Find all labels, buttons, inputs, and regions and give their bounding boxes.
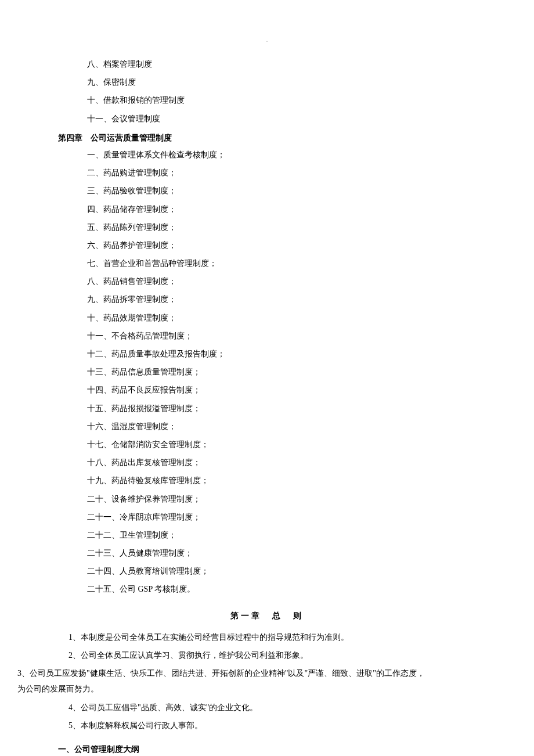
list-item: 十、借款和报销的管理制度 <box>58 93 476 107</box>
list-item: 十一、不合格药品管理制度； <box>58 329 476 343</box>
list-item: 一、质量管理体系文件检查考核制度； <box>58 147 476 162</box>
paragraph-line: 为公司的发展而努力。 <box>17 682 476 696</box>
paragraph: 4、公司员工应倡导"品质、高效、诚实"的企业文化。 <box>58 700 476 715</box>
list-item: 二、药品购进管理制度； <box>58 165 476 180</box>
chapter1-content: 1、本制度是公司全体员工在实施公司经营目标过程中的指导规范和行为准则。 2、公司… <box>58 630 476 733</box>
list-item: 十五、药品报损报溢管理制度； <box>58 401 476 416</box>
list-item: 二十一、冷库阴凉库管理制度； <box>58 510 476 524</box>
paragraph-line: 3、公司员工应发扬"健康生活、快乐工作、团结共进、开拓创新的企业精神"以及"严谨… <box>17 666 517 681</box>
list-item: 十六、温湿度管理制度； <box>58 419 476 434</box>
list-item: 十二、药品质量事故处理及报告制度； <box>58 347 476 361</box>
chapter4-heading: 第四章 公司运营质量管理制度 <box>58 131 476 145</box>
list-item: 八、药品销售管理制度； <box>58 274 476 289</box>
list-item: 七、首营企业和首营品种管理制度； <box>58 256 476 271</box>
section1-heading: 一、公司管理制度大纲 <box>58 742 476 756</box>
list-item: 三、药品验收管理制度； <box>58 183 476 198</box>
list-item: 二十五、公司 GSP 考核制度。 <box>58 582 476 596</box>
list-item: 九、保密制度 <box>58 75 476 89</box>
list-item: 二十、设备维护保养管理制度； <box>58 492 476 506</box>
page-marker-top: . <box>58 35 476 45</box>
list-item: 六、药品养护管理制度； <box>58 238 476 253</box>
list-item: 二十四、人员教育培训管理制度； <box>58 564 476 578</box>
list-item: 五、药品陈列管理制度； <box>58 220 476 235</box>
list-item: 四、药品储存管理制度； <box>58 202 476 217</box>
chapter4-list: 一、质量管理体系文件检查考核制度； 二、药品购进管理制度； 三、药品验收管理制度… <box>58 147 476 597</box>
list-item: 十七、仓储部消防安全管理制度； <box>58 437 476 452</box>
paragraph: 2、公司全体员工应认真学习、贯彻执行，维护我公司利益和形象。 <box>58 648 476 663</box>
list-item: 十、药品效期管理制度； <box>58 311 476 325</box>
chapter1-title: 第一章 总 则 <box>58 609 476 623</box>
list-item: 二十二、卫生管理制度； <box>58 528 476 542</box>
list-item: 十三、药品信息质量管理制度； <box>58 365 476 379</box>
list-item: 十四、药品不良反应报告制度； <box>58 383 476 397</box>
paragraph: 1、本制度是公司全体员工在实施公司经营目标过程中的指导规范和行为准则。 <box>58 630 476 645</box>
list-item: 八、档案管理制度 <box>58 57 476 71</box>
list-item: 二十三、人员健康管理制度； <box>58 546 476 560</box>
list-item: 十八、药品出库复核管理制度； <box>58 455 476 470</box>
list-item: 九、药品拆零管理制度； <box>58 292 476 307</box>
paragraph: 5、本制度解释权属公司行政人事部。 <box>58 718 476 733</box>
list-item: 十一、会议管理制度 <box>58 111 476 126</box>
pre-chapter-list: 八、档案管理制度 九、保密制度 十、借款和报销的管理制度 十一、会议管理制度 <box>58 57 476 126</box>
list-item: 十九、药品待验复核库管理制度； <box>58 473 476 488</box>
